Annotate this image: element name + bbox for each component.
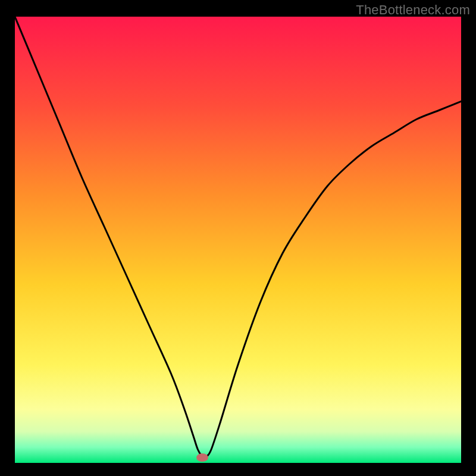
chart-plot [15, 17, 461, 463]
chart-marker [196, 453, 208, 462]
chart-frame: TheBottleneck.com [0, 0, 476, 476]
watermark-text: TheBottleneck.com [356, 2, 470, 18]
chart-svg [15, 17, 461, 463]
chart-background [15, 17, 461, 463]
